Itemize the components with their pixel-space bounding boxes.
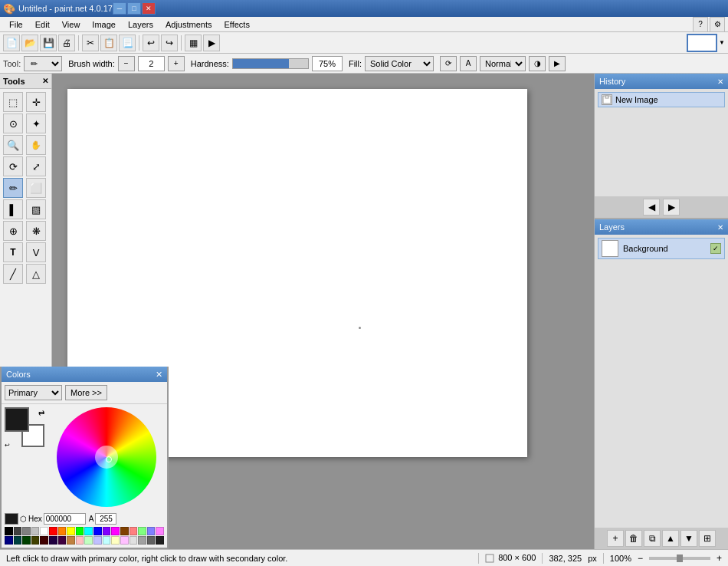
tool-text2[interactable]: V xyxy=(26,242,46,262)
print-button[interactable]: 🖨 xyxy=(58,35,75,51)
color-wheel-container[interactable] xyxy=(49,407,164,507)
opacity-slider-icon[interactable]: ◑ xyxy=(529,56,546,71)
hardness-value-input[interactable] xyxy=(312,56,343,71)
tool-zoom[interactable]: 🔍 xyxy=(3,135,23,155)
menu-edit[interactable]: Edit xyxy=(29,18,56,31)
tool-text[interactable]: T xyxy=(3,242,23,262)
tool-brush[interactable]: ▌ xyxy=(3,199,23,219)
palette2-d8[interactable] xyxy=(76,536,84,545)
palette2-d15[interactable] xyxy=(138,536,146,545)
menu-view[interactable]: View xyxy=(56,18,87,31)
layer-duplicate-button[interactable]: ⧉ xyxy=(644,530,661,547)
cut-button[interactable]: ✂ xyxy=(82,35,99,51)
layer-item[interactable]: Background ✓ xyxy=(598,238,725,259)
palette-gray[interactable] xyxy=(22,527,31,535)
tool-rotate[interactable]: ⟳ xyxy=(3,156,23,176)
palette2-d6[interactable] xyxy=(58,536,67,545)
palette-lightmagenta[interactable] xyxy=(156,527,164,535)
tool-pan[interactable]: ✋ xyxy=(26,135,46,155)
zoom-in-button[interactable]: + xyxy=(717,553,722,564)
palette2-d16[interactable] xyxy=(147,536,156,545)
menu-adjustments[interactable]: Adjustments xyxy=(159,18,218,31)
menu-image[interactable]: Image xyxy=(86,18,122,31)
palette-lightblue[interactable] xyxy=(147,527,156,535)
zoom-out-button[interactable]: − xyxy=(638,553,643,564)
open-file-button[interactable]: 📂 xyxy=(21,35,38,51)
palette-cyan[interactable] xyxy=(84,527,93,535)
tool-selector[interactable]: ✏ xyxy=(24,56,62,71)
redo-button[interactable]: ↪ xyxy=(161,35,178,51)
layer-delete-button[interactable]: 🗑 xyxy=(625,530,642,547)
palette-purple[interactable] xyxy=(103,527,111,535)
layer-merge-button[interactable]: ⊞ xyxy=(699,530,716,547)
tool-line[interactable]: ╱ xyxy=(3,264,23,284)
paste-button[interactable]: 📃 xyxy=(119,35,136,51)
layer-add-button[interactable]: + xyxy=(607,530,624,547)
layer-visibility-check[interactable]: ✓ xyxy=(710,243,721,254)
palette-yellow[interactable] xyxy=(67,527,75,535)
tool-stamp[interactable]: ⊕ xyxy=(3,221,23,241)
reset-colors-icon[interactable]: ↩ xyxy=(5,442,10,449)
palette2-black[interactable] xyxy=(5,536,13,545)
palette-pink[interactable] xyxy=(130,527,138,535)
alpha-value-input[interactable] xyxy=(95,513,116,525)
tool-move[interactable]: ✛ xyxy=(26,92,46,112)
palette2-d9[interactable] xyxy=(84,536,93,545)
tool-shapes[interactable]: △ xyxy=(26,264,46,284)
palette2-d3[interactable] xyxy=(31,536,40,545)
palette2-d13[interactable] xyxy=(120,536,129,545)
palette2-d12[interactable] xyxy=(111,536,120,545)
color-wheel[interactable] xyxy=(57,407,156,507)
colors-close-icon[interactable]: ✕ xyxy=(156,370,162,380)
palette-green[interactable] xyxy=(76,527,84,535)
history-undo-button[interactable]: ◀ xyxy=(643,199,660,216)
palette-orange[interactable] xyxy=(58,527,67,535)
opacity-value-button[interactable]: ▶ xyxy=(549,56,566,71)
tool-eraser[interactable]: ⬜ xyxy=(26,178,46,198)
palette-blue[interactable] xyxy=(93,527,102,535)
undo-button[interactable]: ↩ xyxy=(143,35,159,51)
zoom-slider[interactable] xyxy=(649,557,710,560)
tool-3d-rotate[interactable]: ⤢ xyxy=(26,156,46,176)
ruler-button[interactable]: ▶ xyxy=(203,35,220,51)
save-button[interactable]: 💾 xyxy=(40,35,57,51)
fill-select[interactable]: Solid Color Linear Gradient Radial Gradi… xyxy=(365,56,434,71)
blend-icon2[interactable]: A xyxy=(460,56,477,71)
palette2-d1[interactable] xyxy=(14,536,22,545)
tool-rectangle-select[interactable]: ⬚ xyxy=(3,92,23,112)
palette2-d11[interactable] xyxy=(103,536,111,545)
settings-icon[interactable]: ⚙ xyxy=(710,17,725,32)
more-button[interactable]: More >> xyxy=(65,385,107,400)
palette-lightgreen[interactable] xyxy=(138,527,146,535)
hardness-bar[interactable] xyxy=(232,58,309,69)
palette-brown[interactable] xyxy=(120,527,129,535)
palette-lightgray[interactable] xyxy=(31,527,40,535)
menu-layers[interactable]: Layers xyxy=(122,18,159,31)
menu-effects[interactable]: Effects xyxy=(218,18,256,31)
palette2-d4[interactable] xyxy=(40,536,48,545)
palette2-d10[interactable] xyxy=(93,536,102,545)
grid-button[interactable]: ▦ xyxy=(185,35,202,51)
menu-file[interactable]: File xyxy=(3,18,29,31)
tool-magic-wand[interactable]: ✦ xyxy=(26,114,46,133)
color-mode-select[interactable]: Primary Secondary xyxy=(5,385,62,400)
palette2-d7[interactable] xyxy=(67,536,75,545)
layer-up-button[interactable]: ▲ xyxy=(662,530,679,547)
tool-pencil[interactable]: ✏ xyxy=(3,178,23,198)
maximize-button[interactable]: □ xyxy=(127,2,141,15)
blend-mode-select[interactable]: Normal Multiply Screen xyxy=(480,56,526,71)
palette2-d5[interactable] xyxy=(49,536,57,545)
palette-red[interactable] xyxy=(49,527,57,535)
swap-colors-icon[interactable]: ⇄ xyxy=(38,409,44,417)
palette2-d2[interactable] xyxy=(22,536,31,545)
new-file-button[interactable]: 📄 xyxy=(3,35,20,51)
blend-icon1[interactable]: ⟳ xyxy=(440,56,457,71)
copy-button[interactable]: 📋 xyxy=(100,35,117,51)
layer-down-button[interactable]: ▼ xyxy=(680,530,697,547)
close-button[interactable]: ✕ xyxy=(142,2,156,15)
hex-value-input[interactable] xyxy=(44,513,86,525)
palette-black[interactable] xyxy=(5,527,13,535)
palette-magenta[interactable] xyxy=(111,527,120,535)
brush-width-plus-button[interactable]: + xyxy=(168,56,185,71)
palette2-d17[interactable] xyxy=(156,536,164,545)
